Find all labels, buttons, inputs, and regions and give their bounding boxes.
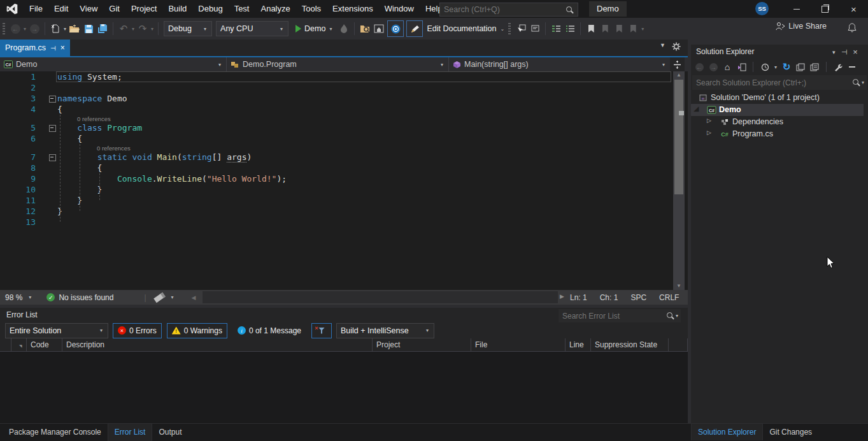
edit-documentation-button[interactable] <box>406 20 423 37</box>
navigate-backward-button[interactable]: ← <box>8 21 22 36</box>
menu-test[interactable]: Test <box>229 0 255 18</box>
bookmarks-overflow[interactable]: ▾ <box>641 26 644 32</box>
solution-explorer-search-box[interactable]: ▾ <box>692 75 867 90</box>
code-line[interactable]: Console.WriteLine("Hello World!"); <box>57 173 287 184</box>
solution-platform-select[interactable]: Any CPU▾ <box>216 21 288 36</box>
error-column-icon-1[interactable]: ◥ <box>11 338 27 351</box>
zoom-level[interactable]: 98 % <box>5 293 22 302</box>
code-editor[interactable]: 1using System;23namespace Demo4{0 refere… <box>0 71 673 290</box>
solution-search-input[interactable] <box>693 78 852 87</box>
error-column-description[interactable]: Description <box>62 338 373 351</box>
search-icon[interactable] <box>566 6 574 14</box>
pin-tab-icon[interactable]: ⊤ <box>50 45 57 51</box>
account-avatar[interactable]: SS <box>755 2 769 15</box>
clear-bookmarks-button[interactable] <box>626 21 640 36</box>
previous-bookmark-button[interactable] <box>598 21 612 36</box>
member-dropdown[interactable]: Main(string[] args)▾ <box>449 57 670 71</box>
error-list-search-box[interactable]: ▾ <box>559 309 681 322</box>
code-line[interactable]: { <box>57 104 62 115</box>
new-file-button[interactable] <box>48 21 62 36</box>
line-ending-indicator[interactable]: CRLF <box>659 293 679 302</box>
properties-button[interactable] <box>832 61 844 73</box>
sync-with-active-document-button[interactable] <box>736 61 747 73</box>
live-share-button[interactable]: Live Share <box>775 22 827 31</box>
collapsed-arrow-icon[interactable]: ▷ <box>707 117 711 124</box>
panel-tab-output[interactable]: Output <box>152 424 188 441</box>
errors-filter-button[interactable]: × 0 Errors <box>113 323 162 338</box>
scroll-up-icon[interactable]: ▲ <box>673 71 685 79</box>
fold-collapse-icon[interactable] <box>49 125 56 132</box>
restore-button[interactable] <box>811 0 839 18</box>
line-number[interactable]: 3 <box>0 93 36 104</box>
menu-build[interactable]: Build <box>162 0 192 18</box>
search-dropdown[interactable]: ▾ <box>676 313 678 319</box>
hscroll-right-icon[interactable]: ▶ <box>560 293 564 300</box>
save-button[interactable] <box>82 21 96 36</box>
close-tab-icon[interactable]: × <box>60 43 65 52</box>
error-list-body[interactable] <box>0 352 688 423</box>
menu-view[interactable]: View <box>74 0 103 18</box>
editor-horizontal-scrollbar[interactable] <box>203 291 558 303</box>
line-number[interactable]: 8 <box>0 163 36 173</box>
panel-tab-package-manager-console[interactable]: Package Manager Console <box>3 424 108 441</box>
search-dropdown[interactable]: ▾ <box>862 80 864 85</box>
line-number[interactable]: 1 <box>0 71 36 82</box>
panel-tab-solution-explorer[interactable]: Solution Explorer <box>691 424 763 440</box>
edit-documentation-overflow[interactable]: ⌄ <box>501 26 505 32</box>
error-column-file[interactable]: File <box>471 338 566 351</box>
toggle-bookmark-button[interactable] <box>584 21 598 36</box>
error-column-icon-0[interactable] <box>0 338 11 351</box>
error-column-line[interactable]: Line <box>566 338 591 351</box>
preview-selected-items-button[interactable] <box>846 61 858 73</box>
code-line[interactable]: static void Main(string[] args) <box>57 152 252 163</box>
toolbar-grip-2[interactable] <box>508 23 511 34</box>
uncomment-lines-button[interactable] <box>563 21 577 36</box>
tree-item-demo[interactable]: ◢C#Demo <box>691 104 864 116</box>
code-line[interactable]: } <box>57 195 82 206</box>
open-file-button[interactable] <box>68 21 82 36</box>
fold-collapse-icon[interactable] <box>49 154 56 161</box>
start-debugging-button[interactable]: Demo ▾ <box>290 24 333 33</box>
close-button[interactable]: × <box>839 0 868 18</box>
menu-edit[interactable]: Edit <box>48 0 74 18</box>
filter-button[interactable]: × <box>311 323 332 338</box>
code-line[interactable]: class Program <box>57 122 142 133</box>
panel-tab-error-list[interactable]: Error List <box>108 424 153 441</box>
zoom-dropdown[interactable]: ▾ <box>29 294 31 300</box>
quick-info-button[interactable] <box>514 21 528 36</box>
editor-options-gear-icon[interactable] <box>672 42 681 51</box>
error-search-input[interactable] <box>559 312 666 321</box>
navigate-backward-dropdown[interactable]: ▾ <box>24 26 26 32</box>
find-in-files-button[interactable] <box>358 21 372 36</box>
editor-vertical-scrollbar[interactable]: ▲ ▼ <box>673 71 685 290</box>
codelens-references[interactable]: 0 references <box>97 145 131 152</box>
code-line[interactable]: namespace Demo <box>57 93 127 104</box>
refresh-icon[interactable]: ↻ <box>781 61 792 73</box>
error-column-icon-8[interactable] <box>669 338 688 351</box>
error-column-project[interactable]: Project <box>373 338 471 351</box>
line-number[interactable]: 12 <box>0 206 36 217</box>
code-cleanup-dropdown[interactable]: ▾ <box>171 294 174 300</box>
toolbar-grip[interactable] <box>3 23 5 34</box>
project-dropdown[interactable]: C# Demo▾ <box>0 57 227 71</box>
new-file-dropdown[interactable]: ▾ <box>64 26 66 32</box>
pin-panel-icon[interactable]: ⊤ <box>840 49 848 55</box>
tree-item-dependencies[interactable]: ▷Dependencies <box>691 116 864 128</box>
close-panel-icon[interactable]: × <box>853 47 858 57</box>
tree-item-solution-demo-1-of-1-project-[interactable]: ∞Solution 'Demo' (1 of 1 project) <box>691 92 864 104</box>
home-icon[interactable]: ⌂ <box>722 61 733 73</box>
window-position-dropdown[interactable]: ▾ <box>832 49 836 55</box>
line-number[interactable]: 6 <box>0 133 36 144</box>
forward-button[interactable]: → <box>708 61 719 73</box>
feedback-title-chip[interactable]: Demo <box>589 1 627 17</box>
scope-filter-select[interactable]: Entire Solution▾ <box>5 323 108 338</box>
health-status[interactable]: No issues found <box>59 293 113 302</box>
tree-item-program-cs[interactable]: ▷C#Program.cs <box>691 128 864 140</box>
back-button[interactable]: ← <box>694 61 705 73</box>
menu-file[interactable]: File <box>24 0 48 18</box>
menu-analyze[interactable]: Analyze <box>255 0 295 18</box>
notifications-button[interactable] <box>848 23 857 34</box>
comment-lines-button[interactable] <box>549 21 563 36</box>
column-filter-icon[interactable]: ◥ <box>15 344 22 348</box>
solution-configuration-select[interactable]: Debug▾ <box>164 21 212 36</box>
